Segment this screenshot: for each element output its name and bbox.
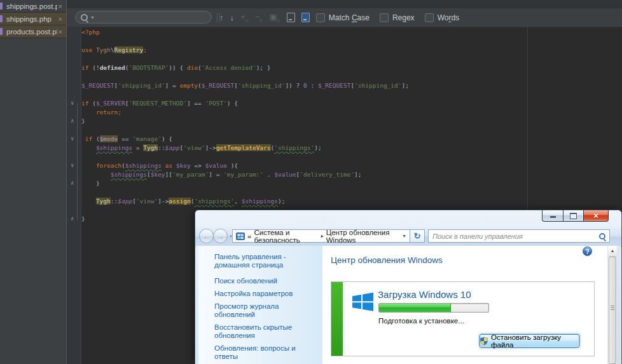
export-matches-icon[interactable] — [287, 13, 295, 22]
page-title: Центр обновления Windows — [331, 255, 443, 265]
tab-close-icon[interactable]: × — [57, 15, 66, 23]
select-all-occurrences-icon[interactable]: ▣ll — [269, 13, 280, 23]
windows-update-window: × ← → ▼ « Система и безопасность ▸ Центр… — [195, 210, 622, 364]
navigation-bar: ← → ▼ « Система и безопасность ▸ Центр о… — [195, 227, 621, 246]
scrollbar-thumb[interactable] — [609, 257, 616, 364]
sidebar-link[interactable]: Панель управления - домашняя страница — [214, 253, 311, 269]
code-line — [81, 37, 409, 46]
open-in-find-window-icon[interactable] — [301, 13, 310, 22]
control-panel-icon — [236, 232, 245, 241]
progress-fill — [379, 304, 451, 312]
address-bar[interactable]: « Система и безопасность ▸ Центр обновле… — [232, 229, 410, 243]
find-toolbar-controls: ↑↓+ll−ll▣llMatch CaseRegexWords — [219, 8, 463, 27]
forward-button[interactable]: → — [213, 229, 228, 243]
search-history-caret-icon[interactable]: ▼ — [90, 15, 95, 20]
uac-shield-icon — [480, 337, 488, 346]
window-body: Панель управления - домашняя страницаПои… — [196, 246, 621, 364]
code-line — [81, 126, 409, 135]
main-pane: Центр обновления Windows ? Загрузка Wind… — [322, 246, 607, 364]
tab-close-icon[interactable]: × — [57, 28, 66, 36]
stop-download-label: Остановить загрузку файла — [491, 334, 579, 349]
editor-tab[interactable]: shippings.post.php× — [0, 0, 66, 13]
editor-tab[interactable]: shippings.php× — [0, 13, 66, 25]
maximize-button[interactable] — [563, 210, 583, 222]
breadcrumb-separator-icon: ▸ — [321, 233, 324, 239]
scroll-up-button[interactable]: ▲ — [608, 246, 617, 257]
code-line: foreach($shippings as $key => $value ){ — [81, 161, 409, 170]
windows-logo-icon — [351, 290, 375, 314]
code-line — [81, 188, 409, 197]
editor-code[interactable]: <?phpuse Tygh\Registry;if (!defined('BOO… — [81, 28, 409, 224]
caption-buttons: × — [542, 210, 609, 222]
stop-download-button[interactable]: Остановить загрузку файла — [480, 334, 579, 347]
editor-top-strip — [67, 0, 622, 8]
code-line: $_REQUEST['shipping_id'] = empty($_REQUE… — [81, 81, 409, 90]
search-icon[interactable] — [599, 233, 605, 239]
code-line: } — [81, 179, 409, 188]
sidebar-link[interactable]: Просмотр журнала обновлений — [214, 302, 311, 319]
code-line — [81, 90, 409, 99]
status-stripe — [331, 282, 343, 356]
fold-up-icon[interactable]: ∧ — [71, 216, 78, 222]
fold-up-icon[interactable]: ∧ — [71, 180, 78, 186]
search-icon — [81, 14, 88, 21]
editor-tabs: shippings.post.php×shippings.php×product… — [0, 0, 67, 364]
code-line: return; — [81, 108, 409, 117]
back-button[interactable]: ← — [199, 229, 214, 243]
address-dropdown-icon[interactable]: ▼ — [402, 234, 406, 238]
sidebar-link[interactable]: Поиск обновлений — [214, 277, 311, 285]
breadcrumb-item-system-security[interactable]: Система и безопасность — [254, 229, 318, 244]
window-frame-right — [617, 246, 621, 364]
add-occurrence-icon[interactable]: +ll — [240, 13, 249, 23]
find-option-label[interactable]: Regex — [392, 13, 415, 22]
find-option-checkbox-0[interactable] — [316, 13, 325, 22]
minimize-button[interactable] — [542, 210, 563, 222]
code-line: <?php — [81, 28, 409, 37]
php-file-icon — [0, 15, 3, 22]
fold-down-icon[interactable]: ∨ — [71, 100, 78, 106]
code-line: } — [81, 117, 409, 126]
control-panel-search-input[interactable]: Поиск в панели управления — [428, 229, 610, 243]
code-line: Tygh::$app['view']->assign('shippings', … — [81, 197, 409, 206]
sidebar-link[interactable]: Обновления: вопросы и ответы — [214, 344, 311, 361]
find-option-checkbox-1[interactable] — [380, 13, 389, 22]
scrollbar-grip-icon — [611, 306, 614, 311]
update-title: Загрузка Windows 10 — [378, 289, 471, 300]
help-button[interactable]: ? — [583, 246, 592, 256]
screen: shippings.post.php×shippings.php×product… — [0, 0, 622, 364]
code-line: if ($_SERVER['REQUEST_METHOD'] == 'POST'… — [81, 99, 409, 108]
find-toolbar: ▼ ↑↓+ll−ll▣llMatch CaseRegexWords — [67, 8, 622, 27]
tab-close-icon[interactable]: × — [57, 3, 66, 10]
find-option-checkbox-2[interactable] — [425, 13, 434, 22]
find-option-label[interactable]: Match Case — [329, 13, 370, 22]
sidebar-link[interactable]: Восстановить скрытые обновления — [214, 323, 311, 340]
remove-occurrence-icon[interactable]: −ll — [255, 13, 263, 23]
code-line — [81, 152, 409, 161]
find-search-input[interactable]: ▼ — [75, 11, 212, 24]
editor-tab[interactable]: products.post.php× — [0, 25, 66, 38]
next-match-icon[interactable]: ↓ — [230, 13, 235, 22]
close-icon: × — [593, 211, 598, 220]
refresh-button[interactable]: ↻ — [410, 229, 425, 243]
code-line: $shippings[$key]['my_param'] = 'my_param… — [81, 170, 409, 179]
find-option-label[interactable]: Words — [438, 13, 459, 22]
fold-down-icon[interactable]: ∨ — [71, 163, 78, 168]
tab-label: shippings.php — [6, 15, 57, 23]
prev-match-icon[interactable]: ↑ — [219, 13, 224, 22]
php-file-icon — [0, 3, 3, 10]
forward-icon: → — [217, 232, 225, 241]
close-button[interactable]: × — [583, 210, 609, 222]
php-file-icon — [0, 28, 3, 35]
code-line — [81, 72, 409, 81]
back-icon: ← — [203, 232, 211, 241]
fold-down-icon[interactable]: ∨ — [71, 136, 78, 142]
sidebar-link[interactable]: Настройка параметров — [214, 290, 311, 298]
update-status-box: Загрузка Windows 10 Подготовка к установ… — [331, 281, 595, 356]
tab-label: products.post.php — [6, 28, 57, 36]
breadcrumb-chevrons[interactable]: « — [247, 233, 251, 240]
maximize-icon — [570, 213, 577, 219]
fold-up-icon[interactable]: ∧ — [71, 118, 78, 124]
breadcrumb-item-windows-update[interactable]: Центр обновления Windows — [326, 229, 399, 244]
vertical-scrollbar[interactable]: ▲ — [607, 246, 617, 364]
search-placeholder: Поиск в панели управления — [432, 233, 599, 240]
